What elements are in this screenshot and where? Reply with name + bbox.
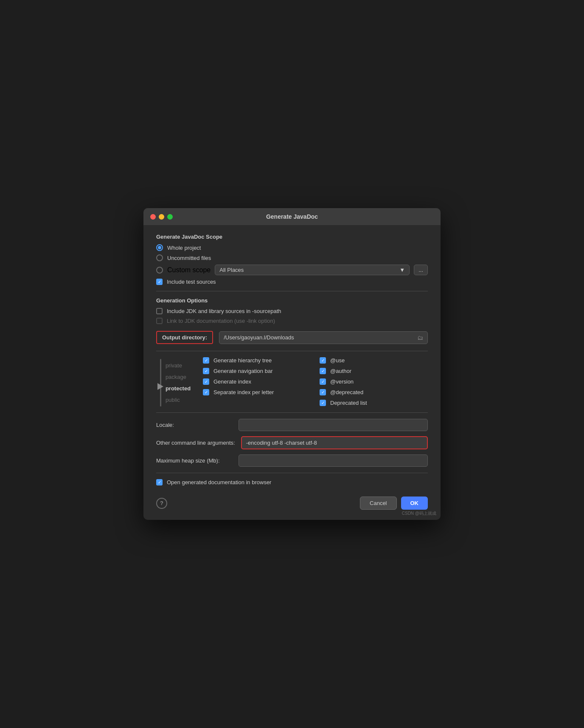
divider-1	[156, 291, 428, 291]
scope-whole-label: Whole project	[167, 245, 201, 251]
version-label: @version	[330, 378, 354, 385]
middle-checkboxes-col: Generate hierarchy tree Generate navigat…	[203, 357, 311, 395]
author-checkbox[interactable]	[320, 368, 326, 374]
right-checkboxes-col: @use @author @version @deprecated Deprec…	[320, 357, 428, 406]
scope-custom-radio[interactable]	[156, 267, 163, 274]
deprecated-list-label: Deprecated list	[330, 400, 367, 406]
open-doc-row: Open generated documentation in browser	[156, 479, 428, 485]
ok-button[interactable]: OK	[401, 497, 428, 510]
scope-custom-row: Custom scope All Places ▼ ...	[156, 265, 428, 275]
titlebar: Generate JavaDoc	[143, 208, 441, 225]
scope-section-label: Generate JavaDoc Scope	[156, 234, 428, 240]
include-test-label: Include test sources	[167, 279, 216, 285]
chevron-down-icon: ▼	[399, 267, 405, 273]
include-test-checkbox[interactable]	[156, 279, 163, 285]
link-jdk-checkbox[interactable]	[156, 318, 163, 324]
heap-input[interactable]	[239, 454, 428, 467]
deprecated-row: @deprecated	[320, 389, 428, 395]
separate-index-label: Separate index per letter	[213, 389, 274, 395]
hierarchy-tree-label: Generate hierarchy tree	[213, 357, 272, 364]
index-row: Generate index	[203, 378, 311, 385]
heap-label: Maximum heap size (Mb):	[156, 457, 233, 464]
hierarchy-tree-row: Generate hierarchy tree	[203, 357, 311, 364]
version-row: @version	[320, 378, 428, 385]
index-label: Generate index	[213, 378, 251, 385]
use-row: @use	[320, 357, 428, 364]
author-label: @author	[330, 368, 351, 374]
visibility-package-label: package	[166, 371, 191, 383]
separate-index-row: Separate index per letter	[203, 389, 311, 395]
generation-section: Generation Options Include JDK and libra…	[156, 297, 428, 324]
traffic-lights	[150, 214, 173, 220]
divider-2	[156, 351, 428, 351]
divider-3	[156, 412, 428, 413]
version-checkbox[interactable]	[320, 378, 326, 385]
hierarchy-tree-checkbox[interactable]	[203, 357, 209, 364]
other-args-input[interactable]	[241, 436, 428, 449]
use-checkbox[interactable]	[320, 357, 326, 364]
close-button[interactable]	[150, 214, 156, 220]
navbar-checkbox[interactable]	[203, 368, 209, 374]
heap-row: Maximum heap size (Mb):	[156, 454, 428, 467]
other-args-row: Other command line arguments:	[156, 436, 428, 449]
scope-whole-project-row: Whole project	[156, 244, 428, 251]
visibility-slider-col: private package protected public	[156, 357, 194, 406]
scope-more-button[interactable]: ...	[414, 265, 428, 275]
scope-dropdown-value: All Places	[219, 267, 244, 273]
scope-dropdown[interactable]: All Places ▼	[215, 265, 410, 275]
divider-4	[156, 473, 428, 473]
jdk-sources-label: Include JDK and library sources in -sour…	[167, 308, 281, 314]
watermark: CSDN @码上就成	[402, 511, 436, 516]
visibility-public-label: public	[166, 394, 191, 406]
output-directory-value: /Users/gaoyuan.l/Downloads	[224, 334, 294, 341]
visibility-private-label: private	[166, 360, 191, 371]
folder-icon[interactable]: 🗂	[417, 334, 423, 341]
output-directory-row: Output directory: /Users/gaoyuan.l/Downl…	[156, 331, 428, 344]
open-doc-checkbox[interactable]	[156, 479, 163, 485]
scope-uncommitted-radio[interactable]	[156, 254, 163, 261]
locale-label: Locale:	[156, 422, 233, 428]
footer-buttons: Cancel OK	[360, 497, 428, 510]
output-directory-label: Output directory:	[156, 331, 213, 344]
deprecated-checkbox[interactable]	[320, 389, 326, 395]
footer: ? Cancel OK	[156, 492, 428, 510]
scope-whole-radio[interactable]	[156, 244, 163, 251]
output-directory-field[interactable]: /Users/gaoyuan.l/Downloads 🗂	[219, 331, 428, 344]
navbar-label: Generate navigation bar	[213, 368, 272, 374]
scope-section: Generate JavaDoc Scope Whole project Unc…	[156, 234, 428, 285]
author-row: @author	[320, 368, 428, 374]
help-button[interactable]: ?	[156, 498, 167, 509]
visibility-protected-label: protected	[166, 383, 191, 394]
minimize-button[interactable]	[159, 214, 164, 220]
jdk-sources-checkbox[interactable]	[156, 308, 163, 314]
generate-javadoc-dialog: Generate JavaDoc Generate JavaDoc Scope …	[143, 208, 441, 520]
link-jdk-row: Link to JDK documentation (use -link opt…	[156, 318, 428, 324]
maximize-button[interactable]	[167, 214, 173, 220]
generation-section-label: Generation Options	[156, 297, 428, 304]
open-doc-label: Open generated documentation in browser	[167, 479, 271, 485]
dialog-content: Generate JavaDoc Scope Whole project Unc…	[143, 225, 441, 520]
use-label: @use	[330, 357, 345, 364]
scope-custom-label: Custom scope	[167, 266, 211, 274]
deprecated-list-checkbox[interactable]	[320, 400, 326, 406]
link-jdk-label: Link to JDK documentation (use -link opt…	[167, 318, 275, 324]
scope-uncommitted-row: Uncommitted files	[156, 254, 428, 261]
navbar-row: Generate navigation bar	[203, 368, 311, 374]
dialog-title: Generate JavaDoc	[150, 213, 434, 220]
options-area: private package protected public Generat…	[156, 357, 428, 406]
index-checkbox[interactable]	[203, 378, 209, 385]
cancel-button[interactable]: Cancel	[360, 497, 396, 510]
other-args-label: Other command line arguments:	[156, 440, 235, 446]
deprecated-label: @deprecated	[330, 389, 363, 395]
scope-uncommitted-label: Uncommitted files	[167, 255, 211, 261]
locale-row: Locale:	[156, 419, 428, 431]
locale-input[interactable]	[239, 419, 428, 431]
include-test-row: Include test sources	[156, 279, 428, 285]
jdk-sources-row: Include JDK and library sources in -sour…	[156, 308, 428, 314]
deprecated-list-row: Deprecated list	[320, 400, 428, 406]
separate-index-checkbox[interactable]	[203, 389, 209, 395]
